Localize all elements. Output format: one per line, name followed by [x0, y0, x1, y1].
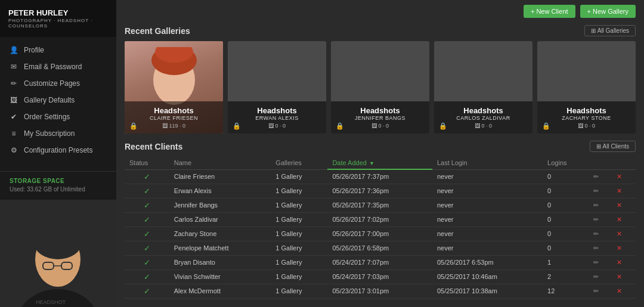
logo: PETER HURLEY PHOTOGRAPHY · HEADSHOT · CO… [0, 0, 116, 37]
edit-cell[interactable]: ✏ [589, 241, 612, 255]
all-galleries-button[interactable]: ⊞ All Galleries [584, 25, 636, 36]
edit-cell[interactable]: ✏ [589, 227, 612, 241]
client-name: Claire Friesen [169, 169, 271, 184]
delete-icon[interactable]: ✕ [617, 259, 622, 266]
edit-cell[interactable]: ✏ [589, 269, 612, 284]
client-galleries: 1 Gallery [271, 212, 327, 227]
delete-icon[interactable]: ✕ [617, 230, 622, 237]
col-header-5[interactable]: Logins [543, 157, 589, 169]
status-cell: ✓ [125, 198, 169, 212]
storage-label: STORAGE SPACE [10, 178, 107, 184]
sidebar-item-label: My Subscription [24, 129, 75, 138]
client-date-added: 05/26/2017 7:02pm [327, 212, 432, 227]
check-icon: ✓ [144, 172, 150, 181]
delete-cell[interactable]: ✕ [612, 284, 636, 298]
profile-icon: 👤 [10, 46, 18, 54]
delete-icon[interactable]: ✕ [617, 216, 622, 223]
delete-cell[interactable]: ✕ [612, 255, 636, 269]
gallery-image-count: 🖼 0 · 0 [475, 123, 492, 129]
gallery-card-g5[interactable]: Headshots ZACHARY STONE 🖼 0 · 0 🔒 [537, 41, 636, 134]
new-gallery-button[interactable]: + New Gallery [580, 5, 636, 18]
delete-cell[interactable]: ✕ [612, 169, 636, 184]
gallery-stats: 🖼 119 · 0 [129, 123, 218, 129]
clients-table-container: StatusNameGalleriesDate Added▼Last Login… [125, 157, 636, 303]
gallery-subtitle: CLAIRE FRIESEN [129, 115, 218, 121]
client-logins: 12 [543, 284, 589, 298]
galleries-title: Recent Galleries [125, 26, 190, 36]
all-clients-button[interactable]: ⊞ All Clients [590, 141, 636, 152]
delete-icon[interactable]: ✕ [617, 244, 622, 252]
edit-icon[interactable]: ✏ [593, 201, 599, 209]
delete-cell[interactable]: ✕ [612, 241, 636, 255]
edit-icon[interactable]: ✏ [593, 230, 599, 237]
sidebar-item-config-presets[interactable]: ⚙Configuration Presets [0, 142, 116, 159]
clients-tbody: ✓ Claire Friesen 1 Gallery 05/26/2017 7:… [125, 169, 636, 298]
edit-cell[interactable]: ✏ [589, 284, 612, 298]
gallery-overlay: Headshots CARLOS ZALDIVAR 🖼 0 · 0 [434, 101, 532, 134]
client-name: Alex McDermott [169, 284, 271, 298]
sidebar-item-gallery-defaults[interactable]: 🖼Gallery Defaults [0, 92, 116, 108]
edit-icon[interactable]: ✏ [593, 173, 599, 180]
gallery-card-g2[interactable]: Headshots ERWAN ALEXIS 🖼 0 · 0 🔒 [228, 41, 326, 134]
delete-icon[interactable]: ✕ [617, 173, 622, 180]
edit-cell[interactable]: ✏ [589, 255, 612, 269]
gallery-card-g4[interactable]: Headshots CARLOS ZALDIVAR 🖼 0 · 0 🔒 [434, 41, 532, 134]
delete-icon[interactable]: ✕ [617, 201, 622, 209]
logo-name: PETER HURLEY [8, 8, 108, 18]
edit-icon[interactable]: ✏ [593, 287, 599, 294]
delete-icon[interactable]: ✕ [617, 287, 622, 294]
status-cell: ✓ [125, 169, 169, 184]
client-galleries: 1 Gallery [271, 255, 327, 269]
col-header-4[interactable]: Last Login [432, 157, 543, 169]
col-header-3[interactable]: Date Added▼ [327, 157, 432, 169]
check-icon: ✓ [144, 258, 150, 267]
lock-icon: 🔒 [129, 122, 138, 130]
edit-icon[interactable]: ✏ [593, 273, 599, 280]
edit-icon[interactable]: ✏ [593, 216, 599, 223]
clients-section: Recent Clients ⊞ All Clients StatusNameG… [116, 138, 644, 307]
delete-cell[interactable]: ✕ [612, 198, 636, 212]
client-galleries: 1 Gallery [271, 198, 327, 212]
delete-cell[interactable]: ✕ [612, 212, 636, 227]
sidebar-item-label: Order Settings [24, 113, 70, 121]
edit-cell[interactable]: ✏ [589, 198, 612, 212]
client-last-login: never [432, 212, 543, 227]
delete-cell[interactable]: ✕ [612, 269, 636, 284]
delete-icon[interactable]: ✕ [617, 187, 622, 194]
sidebar-item-subscription[interactable]: ≡My Subscription [0, 125, 116, 142]
sidebar-item-profile[interactable]: 👤Profile [0, 42, 116, 58]
client-galleries: 1 Gallery [271, 284, 327, 298]
delete-cell[interactable]: ✕ [612, 227, 636, 241]
new-client-button[interactable]: + New Client [524, 5, 575, 18]
client-last-login: never [432, 241, 543, 255]
client-last-login: 05/26/2017 6:53pm [432, 255, 543, 269]
sidebar-item-label: Gallery Defaults [24, 96, 75, 104]
client-galleries: 1 Gallery [271, 269, 327, 284]
edit-icon[interactable]: ✏ [593, 244, 599, 252]
delete-icon[interactable]: ✕ [617, 273, 622, 280]
lock-icon: 🔒 [233, 122, 241, 130]
col-header-2[interactable]: Galleries [271, 157, 327, 169]
client-date-added: 05/26/2017 7:35pm [327, 198, 432, 212]
edit-icon[interactable]: ✏ [593, 259, 599, 266]
gallery-subtitle: JENNIFER BANGS [336, 115, 425, 121]
gallery-stats: 🖼 0 · 0 [336, 123, 425, 129]
top-bar: + New Client + New Gallery [116, 0, 644, 23]
edit-cell[interactable]: ✏ [589, 184, 612, 198]
customize-icon: ✏ [10, 79, 18, 88]
col-header-1[interactable]: Name [169, 157, 271, 169]
gallery-card-g3[interactable]: Headshots JENNIFER BANGS 🖼 0 · 0 🔒 [331, 41, 429, 134]
main-content: + New Client + New Gallery Recent Galler… [116, 0, 644, 307]
photo-placeholder: HEADSHOT CREW [0, 200, 116, 307]
sidebar-item-customize[interactable]: ✏Customize Pages [0, 75, 116, 92]
status-cell: ✓ [125, 284, 169, 298]
sidebar-item-email[interactable]: ✉Email & Password [0, 58, 116, 75]
gallery-card-g1[interactable]: Headshots CLAIRE FRIESEN 🖼 119 · 0 🔒 [125, 41, 223, 134]
edit-cell[interactable]: ✏ [589, 212, 612, 227]
sidebar-item-order-settings[interactable]: ✔Order Settings [0, 108, 116, 125]
edit-cell[interactable]: ✏ [589, 169, 612, 184]
table-row: ✓ Vivian Schwitter 1 Gallery 05/24/2017 … [125, 269, 636, 284]
delete-cell[interactable]: ✕ [612, 184, 636, 198]
col-header-0[interactable]: Status [125, 157, 169, 169]
edit-icon[interactable]: ✏ [593, 187, 599, 194]
